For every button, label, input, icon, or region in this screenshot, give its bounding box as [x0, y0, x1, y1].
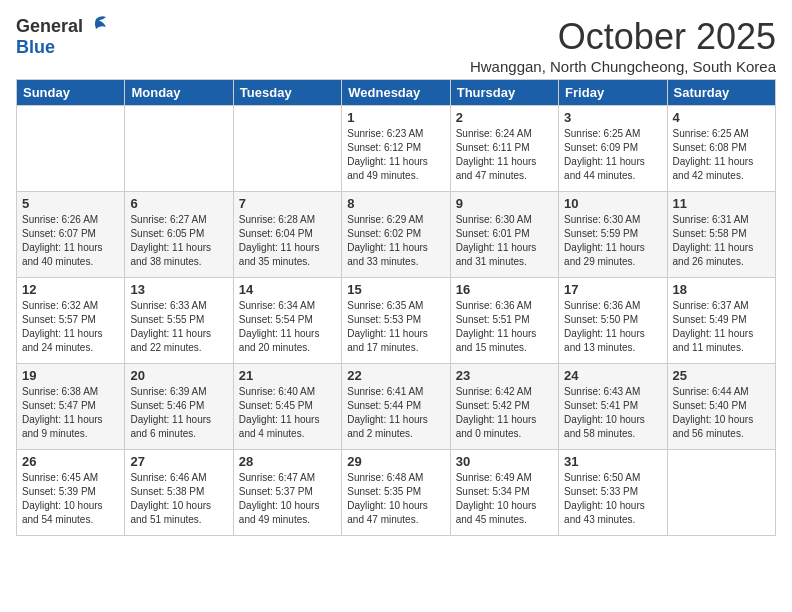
day-info: Sunrise: 6:33 AMSunset: 5:55 PMDaylight:… [130, 299, 227, 355]
day-info: Sunrise: 6:23 AMSunset: 6:12 PMDaylight:… [347, 127, 444, 183]
logo-blue-text: Blue [16, 37, 55, 58]
weekday-header-cell: Sunday [17, 80, 125, 106]
day-number: 7 [239, 196, 336, 211]
calendar-week-row: 19Sunrise: 6:38 AMSunset: 5:47 PMDayligh… [17, 364, 776, 450]
calendar-cell: 29Sunrise: 6:48 AMSunset: 5:35 PMDayligh… [342, 450, 450, 536]
location-subtitle: Hwanggan, North Chungcheong, South Korea [470, 58, 776, 75]
calendar-cell: 14Sunrise: 6:34 AMSunset: 5:54 PMDayligh… [233, 278, 341, 364]
day-number: 4 [673, 110, 770, 125]
calendar-cell: 30Sunrise: 6:49 AMSunset: 5:34 PMDayligh… [450, 450, 558, 536]
day-number: 12 [22, 282, 119, 297]
day-number: 13 [130, 282, 227, 297]
calendar-cell: 5Sunrise: 6:26 AMSunset: 6:07 PMDaylight… [17, 192, 125, 278]
calendar-cell: 22Sunrise: 6:41 AMSunset: 5:44 PMDayligh… [342, 364, 450, 450]
day-info: Sunrise: 6:25 AMSunset: 6:09 PMDaylight:… [564, 127, 661, 183]
day-info: Sunrise: 6:36 AMSunset: 5:50 PMDaylight:… [564, 299, 661, 355]
day-info: Sunrise: 6:50 AMSunset: 5:33 PMDaylight:… [564, 471, 661, 527]
day-number: 21 [239, 368, 336, 383]
day-info: Sunrise: 6:40 AMSunset: 5:45 PMDaylight:… [239, 385, 336, 441]
calendar-cell: 7Sunrise: 6:28 AMSunset: 6:04 PMDaylight… [233, 192, 341, 278]
weekday-header-cell: Friday [559, 80, 667, 106]
calendar-cell: 18Sunrise: 6:37 AMSunset: 5:49 PMDayligh… [667, 278, 775, 364]
day-info: Sunrise: 6:44 AMSunset: 5:40 PMDaylight:… [673, 385, 770, 441]
calendar-cell: 13Sunrise: 6:33 AMSunset: 5:55 PMDayligh… [125, 278, 233, 364]
calendar-cell: 31Sunrise: 6:50 AMSunset: 5:33 PMDayligh… [559, 450, 667, 536]
day-number: 30 [456, 454, 553, 469]
day-info: Sunrise: 6:49 AMSunset: 5:34 PMDaylight:… [456, 471, 553, 527]
day-number: 11 [673, 196, 770, 211]
calendar-cell: 26Sunrise: 6:45 AMSunset: 5:39 PMDayligh… [17, 450, 125, 536]
calendar-cell: 6Sunrise: 6:27 AMSunset: 6:05 PMDaylight… [125, 192, 233, 278]
day-info: Sunrise: 6:48 AMSunset: 5:35 PMDaylight:… [347, 471, 444, 527]
calendar-cell: 20Sunrise: 6:39 AMSunset: 5:46 PMDayligh… [125, 364, 233, 450]
day-info: Sunrise: 6:30 AMSunset: 5:59 PMDaylight:… [564, 213, 661, 269]
weekday-header-cell: Tuesday [233, 80, 341, 106]
weekday-header-cell: Saturday [667, 80, 775, 106]
day-info: Sunrise: 6:31 AMSunset: 5:58 PMDaylight:… [673, 213, 770, 269]
day-info: Sunrise: 6:38 AMSunset: 5:47 PMDaylight:… [22, 385, 119, 441]
calendar-cell: 28Sunrise: 6:47 AMSunset: 5:37 PMDayligh… [233, 450, 341, 536]
day-number: 29 [347, 454, 444, 469]
calendar-body: 1Sunrise: 6:23 AMSunset: 6:12 PMDaylight… [17, 106, 776, 536]
calendar-cell [17, 106, 125, 192]
day-info: Sunrise: 6:24 AMSunset: 6:11 PMDaylight:… [456, 127, 553, 183]
day-info: Sunrise: 6:41 AMSunset: 5:44 PMDaylight:… [347, 385, 444, 441]
calendar-week-row: 5Sunrise: 6:26 AMSunset: 6:07 PMDaylight… [17, 192, 776, 278]
calendar-cell: 2Sunrise: 6:24 AMSunset: 6:11 PMDaylight… [450, 106, 558, 192]
day-info: Sunrise: 6:37 AMSunset: 5:49 PMDaylight:… [673, 299, 770, 355]
day-number: 20 [130, 368, 227, 383]
day-info: Sunrise: 6:45 AMSunset: 5:39 PMDaylight:… [22, 471, 119, 527]
day-info: Sunrise: 6:29 AMSunset: 6:02 PMDaylight:… [347, 213, 444, 269]
day-number: 16 [456, 282, 553, 297]
month-title: October 2025 [470, 16, 776, 58]
day-number: 25 [673, 368, 770, 383]
title-block: October 2025 Hwanggan, North Chungcheong… [470, 16, 776, 75]
calendar-cell: 23Sunrise: 6:42 AMSunset: 5:42 PMDayligh… [450, 364, 558, 450]
logo: General Blue [16, 16, 108, 58]
calendar-cell [125, 106, 233, 192]
day-number: 27 [130, 454, 227, 469]
calendar-cell: 19Sunrise: 6:38 AMSunset: 5:47 PMDayligh… [17, 364, 125, 450]
calendar-cell: 3Sunrise: 6:25 AMSunset: 6:09 PMDaylight… [559, 106, 667, 192]
calendar-cell: 16Sunrise: 6:36 AMSunset: 5:51 PMDayligh… [450, 278, 558, 364]
day-number: 9 [456, 196, 553, 211]
day-info: Sunrise: 6:30 AMSunset: 6:01 PMDaylight:… [456, 213, 553, 269]
day-info: Sunrise: 6:43 AMSunset: 5:41 PMDaylight:… [564, 385, 661, 441]
day-number: 31 [564, 454, 661, 469]
day-number: 2 [456, 110, 553, 125]
calendar-cell: 12Sunrise: 6:32 AMSunset: 5:57 PMDayligh… [17, 278, 125, 364]
calendar-cell: 10Sunrise: 6:30 AMSunset: 5:59 PMDayligh… [559, 192, 667, 278]
day-info: Sunrise: 6:42 AMSunset: 5:42 PMDaylight:… [456, 385, 553, 441]
calendar-cell: 25Sunrise: 6:44 AMSunset: 5:40 PMDayligh… [667, 364, 775, 450]
day-info: Sunrise: 6:27 AMSunset: 6:05 PMDaylight:… [130, 213, 227, 269]
calendar-table: SundayMondayTuesdayWednesdayThursdayFrid… [16, 79, 776, 536]
calendar-week-row: 26Sunrise: 6:45 AMSunset: 5:39 PMDayligh… [17, 450, 776, 536]
day-number: 22 [347, 368, 444, 383]
weekday-header-row: SundayMondayTuesdayWednesdayThursdayFrid… [17, 80, 776, 106]
day-number: 5 [22, 196, 119, 211]
calendar-cell [233, 106, 341, 192]
day-number: 24 [564, 368, 661, 383]
weekday-header-cell: Thursday [450, 80, 558, 106]
calendar-cell: 24Sunrise: 6:43 AMSunset: 5:41 PMDayligh… [559, 364, 667, 450]
calendar-cell: 27Sunrise: 6:46 AMSunset: 5:38 PMDayligh… [125, 450, 233, 536]
logo-bird-icon [86, 15, 108, 35]
day-info: Sunrise: 6:32 AMSunset: 5:57 PMDaylight:… [22, 299, 119, 355]
day-number: 18 [673, 282, 770, 297]
day-number: 6 [130, 196, 227, 211]
calendar-cell: 1Sunrise: 6:23 AMSunset: 6:12 PMDaylight… [342, 106, 450, 192]
calendar-cell: 11Sunrise: 6:31 AMSunset: 5:58 PMDayligh… [667, 192, 775, 278]
calendar-cell: 9Sunrise: 6:30 AMSunset: 6:01 PMDaylight… [450, 192, 558, 278]
day-number: 28 [239, 454, 336, 469]
day-number: 17 [564, 282, 661, 297]
day-info: Sunrise: 6:36 AMSunset: 5:51 PMDaylight:… [456, 299, 553, 355]
day-number: 10 [564, 196, 661, 211]
calendar-week-row: 12Sunrise: 6:32 AMSunset: 5:57 PMDayligh… [17, 278, 776, 364]
calendar-cell: 4Sunrise: 6:25 AMSunset: 6:08 PMDaylight… [667, 106, 775, 192]
day-number: 15 [347, 282, 444, 297]
calendar-cell: 8Sunrise: 6:29 AMSunset: 6:02 PMDaylight… [342, 192, 450, 278]
day-info: Sunrise: 6:47 AMSunset: 5:37 PMDaylight:… [239, 471, 336, 527]
header: General Blue October 2025 Hwanggan, Nort… [16, 16, 776, 75]
calendar-cell: 15Sunrise: 6:35 AMSunset: 5:53 PMDayligh… [342, 278, 450, 364]
day-number: 23 [456, 368, 553, 383]
